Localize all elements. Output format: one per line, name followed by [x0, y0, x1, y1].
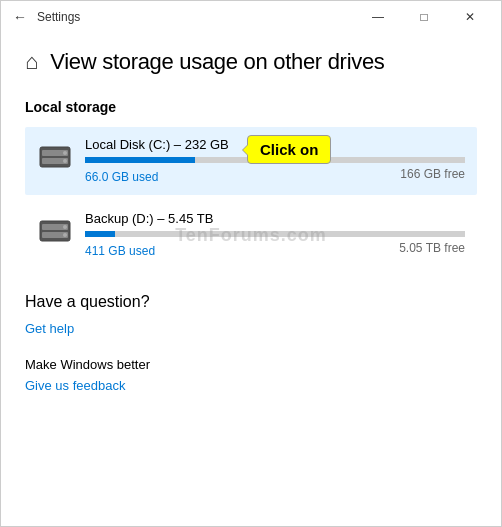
title-bar-controls: — □ ✕ — [355, 1, 493, 33]
home-icon: ⌂ — [25, 49, 38, 75]
svg-point-3 — [63, 151, 67, 155]
page-title: View storage usage on other drives — [50, 49, 384, 75]
drive-c-free: 166 GB free — [400, 167, 465, 181]
drive-icon-c — [37, 139, 73, 175]
content-area: ⌂ View storage usage on other drives Loc… — [1, 33, 501, 526]
drive-icon-d — [37, 213, 73, 249]
drive-d-name: Backup (D:) – 5.45 TB — [85, 211, 465, 226]
drive-d-progress-fill — [85, 231, 115, 237]
title-bar: ← Settings — □ ✕ — [1, 1, 501, 33]
svg-point-9 — [63, 233, 67, 237]
question-title: Have a question? — [25, 293, 477, 311]
close-button[interactable]: ✕ — [447, 1, 493, 33]
make-better-title: Make Windows better — [25, 357, 477, 372]
drives-section: Local Disk (C:) – 232 GB 66.0 GB used 16… — [25, 127, 477, 269]
title-bar-title: Settings — [37, 10, 80, 24]
question-section: Have a question? Get help — [25, 293, 477, 337]
window: ← Settings — □ ✕ ⌂ View storage usage on… — [0, 0, 502, 527]
svg-point-4 — [63, 159, 67, 163]
drive-d-progress-bg — [85, 231, 465, 237]
drive-c-used: 66.0 GB used — [85, 170, 158, 184]
callout-text: Click on — [260, 141, 318, 158]
title-bar-left: ← Settings — [13, 9, 80, 25]
svg-point-8 — [63, 225, 67, 229]
get-help-link[interactable]: Get help — [25, 321, 74, 336]
local-storage-title: Local storage — [25, 99, 477, 115]
drive-item-d[interactable]: Backup (D:) – 5.45 TB 411 GB used 5.05 T… — [25, 201, 477, 269]
drive-c-progress-fill — [85, 157, 195, 163]
drive-d-used: 411 GB used — [85, 244, 155, 258]
callout-bubble: Click on — [247, 135, 331, 164]
back-button[interactable]: ← — [13, 9, 27, 25]
minimize-button[interactable]: — — [355, 1, 401, 33]
maximize-button[interactable]: □ — [401, 1, 447, 33]
drive-d-free: 5.05 TB free — [399, 241, 465, 255]
give-feedback-link[interactable]: Give us feedback — [25, 378, 125, 393]
drive-item-c[interactable]: Local Disk (C:) – 232 GB 66.0 GB used 16… — [25, 127, 477, 195]
page-header: ⌂ View storage usage on other drives — [25, 49, 477, 75]
make-better-section: Make Windows better Give us feedback — [25, 357, 477, 394]
